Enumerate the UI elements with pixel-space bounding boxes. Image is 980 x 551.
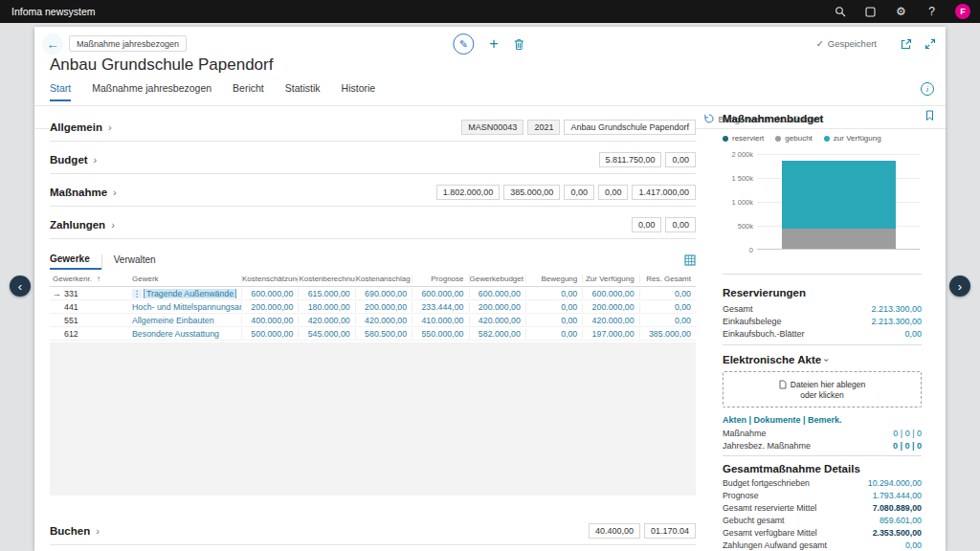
value-link[interactable]: 859.601,00 xyxy=(880,516,922,525)
table-row[interactable]: 441 Hoch- und Mittelspannungsanl... 200.… xyxy=(50,300,696,314)
check-icon: ✓ xyxy=(816,38,824,49)
field-massnahme-5[interactable]: 1.417.000,00 xyxy=(632,185,696,200)
legend-reserviert[interactable]: reserviert xyxy=(723,134,764,143)
value-link[interactable]: 10.294.000,00 xyxy=(868,478,922,488)
table-empty-area xyxy=(50,342,696,496)
search-icon[interactable] xyxy=(833,5,847,19)
window-controls xyxy=(901,38,936,50)
table-header-row: Gewerkenr.↑ Gewerk Kostenschätzung Koste… xyxy=(50,272,696,287)
field-jahr[interactable]: 2021 xyxy=(527,120,560,135)
section-budget: Budget› 5.811.750,00 0,00 xyxy=(50,145,696,174)
bar-segment-gebucht xyxy=(782,229,896,250)
panel-akte-title[interactable]: Elektronische Akte› xyxy=(723,354,922,365)
file-dropzone[interactable]: Dateien hier ablegen oder klicken xyxy=(723,371,922,408)
col-kostenberechnung[interactable]: Kostenberechnung xyxy=(298,275,354,283)
gewerk-link[interactable]: Allgemeine Einbauten xyxy=(132,316,214,325)
col-kostenschaetzung[interactable]: Kostenschätzung xyxy=(241,275,298,283)
help-icon[interactable]: ? xyxy=(924,5,939,19)
settings-gear-icon[interactable]: ⚙ xyxy=(894,5,908,19)
section-massnahme: Maßnahme› 1.802.000,00 385.000,00 0,00 0… xyxy=(50,178,696,207)
subtab-gewerke[interactable]: Gewerke xyxy=(50,253,101,270)
col-kostenanschlag[interactable]: Kostenanschlag xyxy=(355,275,412,283)
chevron-right-icon: › xyxy=(96,525,100,537)
app-title: Infoma newsystem xyxy=(11,6,96,17)
value-link[interactable]: 0 | 0 | 0 xyxy=(893,441,922,451)
delete-trash-icon[interactable] xyxy=(514,38,525,51)
new-record-plus-icon[interactable]: + xyxy=(489,36,498,52)
info-icon[interactable]: i xyxy=(921,82,934,96)
detail-row: Gebucht gesamt 859.601,00 xyxy=(723,516,922,525)
tab-historie[interactable]: Historie xyxy=(342,82,376,99)
edit-pencil-icon[interactable]: ✎ xyxy=(453,33,474,55)
col-zur-verfuegung[interactable]: Zur Verfügung xyxy=(582,275,638,283)
open-in-excel-icon[interactable] xyxy=(684,254,696,266)
tab-massnahme-jahresbezogen[interactable]: Maßnahme jahresbezogen xyxy=(92,82,212,99)
value-link[interactable]: 2.213.300,00 xyxy=(871,317,922,326)
value-link[interactable]: 0 | 0 | 0 xyxy=(893,429,922,438)
col-prognose[interactable]: Prognose xyxy=(412,275,468,283)
detail-row: Zahlungen Aufwand gesamt 0,00 xyxy=(723,540,922,550)
value-link[interactable]: 1.793.444,00 xyxy=(873,491,922,500)
back-arrow-icon[interactable]: ← xyxy=(42,33,63,55)
gewerk-link[interactable]: Tragende Außenwände xyxy=(145,289,235,298)
field-massnahme-3[interactable]: 0,00 xyxy=(564,185,594,200)
col-bewegung[interactable]: Bewegung xyxy=(525,275,582,283)
field-massnahme-1[interactable]: 1.802.000,00 xyxy=(436,185,501,200)
chart-legend: reserviert gebucht zur Verfügung xyxy=(723,134,881,143)
reservierung-row: Einkaufsbuch.-Blätter 0,00 xyxy=(723,329,922,339)
row-menu-icon[interactable]: ⋮ xyxy=(132,289,142,298)
section-buchen: Buchen› 40.400,00 01.170.04 xyxy=(50,517,696,545)
previous-record-button[interactable]: ‹ xyxy=(10,276,31,297)
section-zahlungen: Zahlungen› 0,00 0,00 xyxy=(50,210,696,239)
value-link[interactable]: 2.353.500,00 xyxy=(873,528,922,538)
breadcrumb[interactable]: Maßnahme jahresbezogen xyxy=(69,35,187,52)
field-zahlungen-1[interactable]: 0,00 xyxy=(632,217,662,232)
akte-links[interactable]: Akten | Dokumente | Bemerk. xyxy=(723,415,842,425)
legend-gebucht[interactable]: gebucht xyxy=(775,134,812,143)
col-gewerkenr[interactable]: Gewerkenr.↑ xyxy=(50,275,132,283)
legend-zur-verfuegung[interactable]: zur Verfügung xyxy=(824,134,881,143)
stacked-bar[interactable] xyxy=(782,153,896,249)
sort-ascending-icon: ↑ xyxy=(97,275,100,283)
section-allgemein-header[interactable]: Allgemein› xyxy=(50,121,112,133)
col-res-gesamt[interactable]: Res. Gesamt xyxy=(639,275,696,283)
subtab-verwalten[interactable]: Verwalten xyxy=(101,254,167,270)
open-in-window-icon[interactable] xyxy=(901,38,912,50)
field-massnahme-4[interactable]: 0,00 xyxy=(598,185,629,200)
value-link[interactable]: 0,00 xyxy=(904,329,922,339)
value-link[interactable]: 0,00 xyxy=(905,540,922,550)
col-gewerkebudget[interactable]: Gewerkebudget xyxy=(469,275,525,283)
tab-statistik[interactable]: Statistik xyxy=(285,82,321,99)
field-massnahme-2[interactable]: 385.000,00 xyxy=(503,185,560,200)
tab-start[interactable]: Start xyxy=(50,82,71,101)
field-budget-1[interactable]: 5.811.750,00 xyxy=(599,152,662,167)
section-zahlungen-header[interactable]: Zahlungen› xyxy=(50,219,115,231)
expand-icon[interactable] xyxy=(924,38,936,50)
field-budget-2[interactable]: 0,00 xyxy=(665,152,696,167)
gewerk-link[interactable]: Hoch- und Mittelspannungsanl... xyxy=(132,302,241,312)
value-link[interactable]: 7.080.889,00 xyxy=(873,503,922,513)
section-buchen-header[interactable]: Buchen› xyxy=(50,525,100,537)
gewerke-table: Gewerkenr.↑ Gewerk Kostenschätzung Koste… xyxy=(50,272,696,341)
value-link[interactable]: 2.213.300,00 xyxy=(871,304,922,314)
table-row[interactable]: 612 Besondere Ausstattung 500.000,00 545… xyxy=(50,327,696,341)
akte-row: Jahresbez. Maßnahme 0 | 0 | 0 xyxy=(723,441,922,451)
tab-bericht[interactable]: Bericht xyxy=(233,82,264,99)
col-gewerk[interactable]: Gewerk xyxy=(132,275,241,283)
section-massnahme-header[interactable]: Maßnahme› xyxy=(50,187,117,198)
section-budget-header[interactable]: Budget› xyxy=(50,154,97,165)
field-bezeichnung[interactable]: Anbau Grundschule Papendorf xyxy=(564,120,696,135)
field-massnahme-nr[interactable]: MASN00043 xyxy=(461,120,523,135)
saved-status: ✓ Gespeichert xyxy=(816,38,877,49)
field-buchen-2[interactable]: 01.170.04 xyxy=(644,523,696,539)
avatar[interactable]: F xyxy=(955,4,970,19)
field-buchen-1[interactable]: 40.400,00 xyxy=(589,523,640,539)
chevron-right-icon: › xyxy=(108,121,112,133)
field-zahlungen-2[interactable]: 0,00 xyxy=(665,217,696,232)
table-row[interactable]: →331 ⋮Tragende Außenwände 600.000,00 615… xyxy=(50,287,696,300)
apps-icon[interactable] xyxy=(863,5,878,19)
gewerk-link[interactable]: Besondere Ausstattung xyxy=(132,329,219,339)
pin-icon[interactable] xyxy=(925,110,934,121)
next-record-button[interactable]: › xyxy=(949,276,970,297)
table-row[interactable]: 551 Allgemeine Einbauten 400.000,00 420.… xyxy=(50,314,696,327)
